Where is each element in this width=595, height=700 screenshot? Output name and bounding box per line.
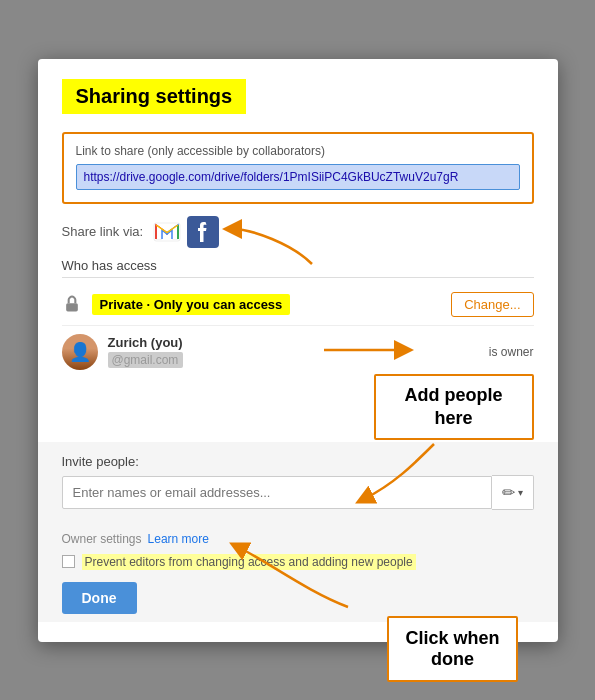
is-owner-label: is owner xyxy=(489,345,534,359)
facebook-icon[interactable] xyxy=(187,216,219,248)
private-badge: Private · Only you can access xyxy=(92,294,291,315)
link-share-section: Link to share (only accessible by collab… xyxy=(62,132,534,204)
owner-arrow-group xyxy=(324,340,414,360)
click-when-done-annotation: Click whendone xyxy=(387,616,517,682)
done-button[interactable]: Done xyxy=(62,582,137,614)
pencil-icon: ✏ xyxy=(502,483,515,502)
add-people-annotation: Add peoplehere xyxy=(374,374,534,441)
share-link-input[interactable] xyxy=(76,164,520,190)
user-name: Zurich (you) xyxy=(108,335,183,350)
annotation-area: Add peoplehere xyxy=(62,374,534,434)
user-row: 👤 Zurich (you) @gmail.com is owner xyxy=(62,326,534,374)
click-done-arrow xyxy=(228,542,358,612)
link-section-label: Link to share (only accessible by collab… xyxy=(76,144,520,158)
avatar: 👤 xyxy=(62,334,98,370)
dropdown-arrow-icon: ▾ xyxy=(518,487,523,498)
invite-edit-button[interactable]: ✏ ▾ xyxy=(492,475,534,510)
change-button[interactable]: Change... xyxy=(451,292,533,317)
invite-input-row: ✏ ▾ xyxy=(62,475,534,510)
share-arrow xyxy=(222,209,422,269)
gmail-icon[interactable] xyxy=(151,216,183,248)
user-info: Zurich (you) @gmail.com xyxy=(108,335,183,368)
access-row: Private · Only you can access Change... xyxy=(62,284,534,326)
prevent-checkbox[interactable] xyxy=(62,555,75,568)
invite-section: Invite people: ✏ ▾ xyxy=(38,442,558,526)
learn-more-link[interactable]: Learn more xyxy=(148,532,209,546)
lock-icon xyxy=(62,294,82,314)
dialog-title: Sharing settings xyxy=(62,79,247,114)
add-people-arrow xyxy=(354,444,454,524)
svg-rect-4 xyxy=(66,303,78,311)
owner-settings-label: Owner settings xyxy=(62,532,142,546)
share-via-label: Share link via: xyxy=(62,224,144,239)
owner-arrow xyxy=(324,340,414,360)
user-email: @gmail.com xyxy=(108,352,183,368)
invite-label: Invite people: xyxy=(62,454,534,469)
avatar-face: 👤 xyxy=(62,334,98,370)
